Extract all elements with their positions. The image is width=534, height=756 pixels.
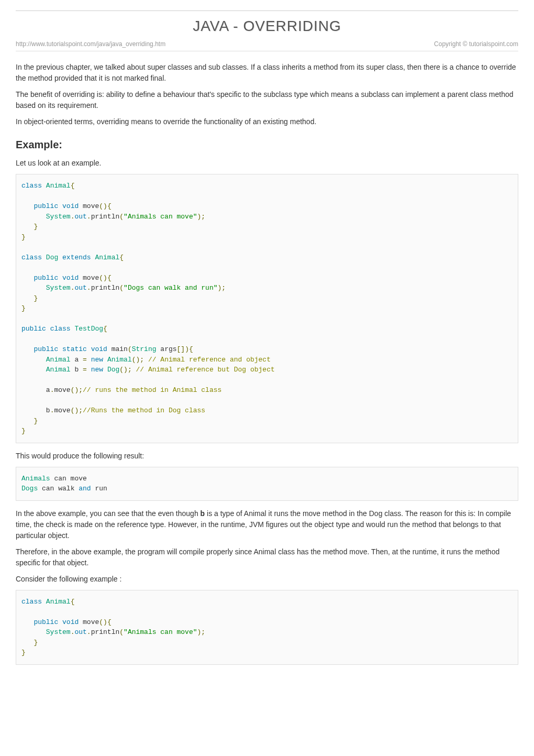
punctuation: ( xyxy=(119,213,124,221)
page-title: JAVA - OVERRIDING xyxy=(16,10,518,37)
punctuation: } xyxy=(34,294,38,302)
out-animals: Animals xyxy=(21,475,50,483)
punctuation: []){ xyxy=(177,345,193,353)
kw-class: class xyxy=(21,182,42,190)
kw-class: class xyxy=(21,254,42,261)
punctuation: ( xyxy=(119,284,124,292)
kw-void: void xyxy=(91,345,107,353)
kw-public: public xyxy=(21,325,46,333)
intro-paragraph-1: In the previous chapter, we talked about… xyxy=(16,62,518,84)
kw-public: public xyxy=(34,345,58,353)
cls-testdog: TestDog xyxy=(74,325,103,333)
cls-animal: Animal xyxy=(95,254,119,261)
cls-string: String xyxy=(132,345,157,353)
cls-animal: Animal xyxy=(46,182,71,190)
out-text: run xyxy=(91,485,107,492)
kw-extends: extends xyxy=(62,254,91,261)
kw-new: new xyxy=(91,366,103,374)
fn-main: main xyxy=(112,345,128,353)
punctuation: ); xyxy=(197,628,206,636)
example-heading: Example: xyxy=(16,137,518,152)
consider-paragraph: Consider the following example : xyxy=(16,574,518,585)
punctuation: ( xyxy=(128,345,132,353)
str-dogs-walk: "Dogs can walk and run" xyxy=(124,284,217,292)
punctuation: . xyxy=(87,213,91,221)
example-intro: Let us look at an example. xyxy=(16,158,518,169)
explain-1-bold: b xyxy=(201,509,205,518)
out-and: and xyxy=(79,485,91,492)
url-row: http://www.tutorialspoint.com/java/java_… xyxy=(16,39,518,51)
punctuation: } xyxy=(34,223,38,231)
out: out xyxy=(74,284,86,292)
fn-println: println xyxy=(91,213,120,221)
var-a: a xyxy=(46,386,50,394)
punctuation: (){ xyxy=(99,202,111,210)
var-b: b xyxy=(74,366,79,374)
kw-void: void xyxy=(62,202,79,210)
intro-paragraph-3: In object-oriented terms, overriding mea… xyxy=(16,116,518,127)
op-eq: = xyxy=(83,356,87,364)
punctuation: (); xyxy=(71,407,83,414)
fn-move: move xyxy=(83,618,99,626)
cls-dog: Dog xyxy=(107,366,119,374)
cls-animal: Animal xyxy=(46,366,71,374)
var-args: args xyxy=(160,345,176,353)
kw-class: class xyxy=(21,598,42,606)
cls-system: System xyxy=(46,628,71,636)
kw-static: static xyxy=(62,345,87,353)
cls-dog: Dog xyxy=(46,254,58,261)
cmt-animal-ref: // Animal reference and object xyxy=(148,356,271,364)
str-animals-move: "Animals can move" xyxy=(124,213,197,221)
kw-void: void xyxy=(62,274,79,282)
punctuation: } xyxy=(21,427,26,435)
cmt-runs-dog: //Runs the method in Dog class xyxy=(83,407,205,414)
var-a: a xyxy=(74,356,79,364)
punctuation: (); xyxy=(132,356,144,364)
punctuation: } xyxy=(21,233,26,241)
punctuation: . xyxy=(87,284,91,292)
out-text: can walk xyxy=(38,485,79,492)
explain-paragraph-1: In the above example, you can see that t… xyxy=(16,508,518,541)
intro-paragraph-2: The benefit of overriding is: ability to… xyxy=(16,89,518,111)
kw-class: class xyxy=(50,325,71,333)
cmt-runs-animal: // runs the method in Animal class xyxy=(83,386,221,394)
output-block-1: Animals can move Dogs can walk and run xyxy=(16,467,518,501)
punctuation: } xyxy=(34,417,38,425)
cls-system: System xyxy=(46,284,71,292)
punctuation: } xyxy=(21,649,26,656)
cls-animal: Animal xyxy=(46,356,71,364)
fn-move: move xyxy=(83,274,99,282)
fn-println: println xyxy=(91,628,120,636)
explain-paragraph-2: Therefore, in the above example, the pro… xyxy=(16,546,518,568)
fn-move: move xyxy=(54,386,70,394)
punctuation: { xyxy=(71,598,75,606)
code-block-1: class Animal{ public void move(){ System… xyxy=(16,174,518,443)
punctuation: } xyxy=(21,304,26,312)
cmt-dog-ref: // Animal reference but Dog object xyxy=(136,366,275,374)
kw-public: public xyxy=(34,202,58,210)
punctuation: ); xyxy=(218,284,226,292)
punctuation: { xyxy=(71,182,75,190)
punctuation: . xyxy=(87,628,91,636)
cls-animal: Animal xyxy=(107,356,132,364)
result-label: This would produce the following result: xyxy=(16,451,518,462)
punctuation: (){ xyxy=(99,274,111,282)
kw-public: public xyxy=(34,618,58,626)
cls-animal: Animal xyxy=(46,598,71,606)
out: out xyxy=(74,213,86,221)
var-b: b xyxy=(46,407,50,414)
punctuation: (){ xyxy=(99,618,111,626)
str-animals-move: "Animals can move" xyxy=(124,628,197,636)
source-url-link[interactable]: http://www.tutorialspoint.com/java/java_… xyxy=(16,39,165,49)
punctuation: { xyxy=(119,254,124,261)
punctuation: { xyxy=(103,325,107,333)
punctuation: (); xyxy=(71,386,83,394)
code-block-2: class Animal{ public void move(){ System… xyxy=(16,590,518,665)
cls-system: System xyxy=(46,213,71,221)
punctuation: ( xyxy=(119,628,124,636)
copyright-text: Copyright © tutorialspoint.com xyxy=(434,39,518,49)
fn-println: println xyxy=(91,284,120,292)
fn-move: move xyxy=(54,407,70,414)
kw-void: void xyxy=(62,618,79,626)
kw-new: new xyxy=(91,356,103,364)
